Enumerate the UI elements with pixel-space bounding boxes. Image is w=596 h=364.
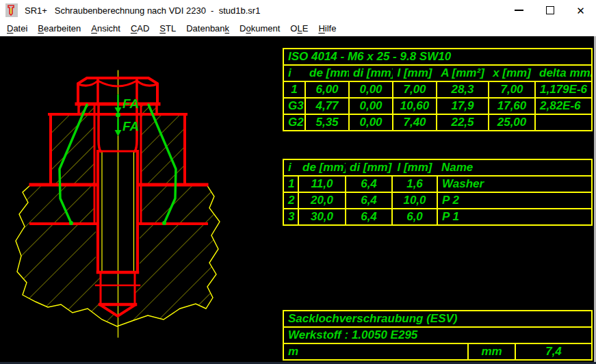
- param-value: 7,4: [515, 343, 592, 360]
- menu-item-bearbeiten[interactable]: Bearbeiten: [38, 23, 81, 34]
- col-header-name: Name: [437, 159, 592, 176]
- col-header-de: de [mm]: [298, 159, 346, 176]
- table-header-row: i de [mm] di [mm] l [mm] Name: [283, 159, 592, 176]
- close-icon: ✕: [576, 5, 585, 16]
- title-bar: SR1+ Schraubenberechnung nach VDI 2230 -…: [0, 0, 596, 21]
- col-header-x: x [mm]: [489, 65, 535, 81]
- fa-arrowhead-lower: [115, 130, 122, 136]
- table-row: 1 6,00 0,00 7,00 28,3 7,00 1,179E-6: [283, 81, 592, 98]
- minimize-icon: [515, 10, 523, 11]
- fa-label-upper: FA: [122, 96, 139, 111]
- col-header-l: l [mm]: [393, 65, 437, 81]
- force-node-dot: [116, 113, 120, 118]
- col-header-de: de [mm]: [305, 65, 349, 81]
- menu-item-cad[interactable]: CAD: [131, 23, 149, 34]
- menu-item-datei[interactable]: Datei: [7, 23, 27, 34]
- menu-bar: Datei Bearbeiten Ansicht CAD STL Datenba…: [0, 21, 596, 36]
- joint-type: Sacklochverschraubung (ESV): [283, 311, 592, 327]
- col-header-a: A [mm²]: [437, 65, 489, 81]
- minimize-button[interactable]: [504, 0, 534, 21]
- window-title: SR1+ Schraubenberechnung nach VDI 2230 -…: [25, 5, 260, 16]
- parameter-row: m mm 7,4: [283, 343, 592, 360]
- param-name: m: [283, 343, 468, 360]
- table-header-row: i de [mm] di [mm] l [mm] A [mm²] x [mm] …: [283, 65, 592, 81]
- menu-item-stl[interactable]: STL: [159, 23, 176, 34]
- close-button[interactable]: ✕: [565, 0, 596, 21]
- menu-item-hilfe[interactable]: Hilfe: [318, 23, 336, 34]
- menu-item-datenbank[interactable]: Datenbank: [186, 23, 229, 34]
- app-icon[interactable]: [5, 3, 18, 17]
- app-window: SR1+ Schraubenberechnung nach VDI 2230 -…: [0, 0, 596, 364]
- drawing-canvas: FA FA ISO 4014 - M6 x 25 - 9.8 SW10 i de…: [0, 36, 596, 364]
- joint-info-table: Sacklochverschraubung (ESV) Werkstoff : …: [283, 310, 593, 361]
- bolt-joint-drawing: FA FA: [0, 36, 283, 362]
- bolt-designation: ISO 4014 - M6 x 25 - 9.8 SW10: [283, 49, 592, 65]
- col-header-i: i: [283, 65, 305, 81]
- cone-end-dot-left: [69, 221, 73, 225]
- table-row: 2 20,0 6,4 10,0 P 2: [283, 192, 592, 209]
- clamped-parts-table: i de [mm] di [mm] l [mm] Name 1 11,0 6,4…: [283, 159, 593, 226]
- table-row: G2 5,35 0,00 7,40 22,5 25,00: [283, 114, 592, 131]
- plate2-hatch-right: [141, 115, 185, 183]
- table-row: G3 4,77 0,00 10,60 17,9 17,60 2,82E-6: [283, 98, 592, 114]
- fa-label-lower: FA: [122, 119, 139, 133]
- bolt-section-table: ISO 4014 - M6 x 25 - 9.8 SW10 i de [mm] …: [283, 48, 593, 131]
- menu-item-ole[interactable]: OLE: [290, 23, 308, 34]
- maximize-icon: [546, 6, 554, 14]
- plate2-hatch-left: [51, 115, 94, 183]
- cone-end-dot-right: [162, 221, 166, 225]
- table-row: 3 30,0 6,4 6,0 P 1: [283, 209, 592, 225]
- col-header-di: di [mm]: [346, 159, 392, 176]
- col-header-i: i: [283, 159, 298, 176]
- joint-type-row: Sacklochverschraubung (ESV): [283, 311, 592, 327]
- param-unit: mm: [468, 343, 515, 360]
- col-header-delta: delta mm/N: [535, 65, 592, 81]
- col-header-di: di [mm]: [349, 65, 393, 81]
- menu-item-ansicht[interactable]: Ansicht: [91, 23, 120, 34]
- table-row: 1 11,0 6,4 1,6 Washer: [283, 176, 592, 192]
- window-controls: ✕: [504, 0, 596, 21]
- table-title-row: ISO 4014 - M6 x 25 - 9.8 SW10: [283, 49, 592, 65]
- material: Werkstoff : 1.0050 E295: [283, 327, 592, 343]
- col-header-l: l [mm]: [392, 159, 437, 176]
- menu-item-dokument[interactable]: Dokument: [239, 23, 280, 34]
- material-row: Werkstoff : 1.0050 E295: [283, 327, 592, 343]
- maximize-button[interactable]: [534, 0, 565, 21]
